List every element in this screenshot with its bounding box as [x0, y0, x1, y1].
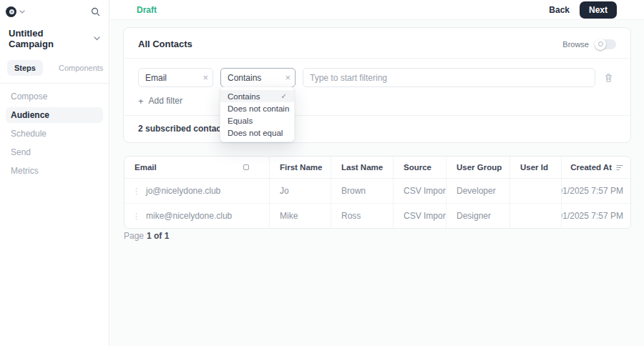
cell-last-name: Ross: [331, 204, 394, 228]
sidebar-top: Untitled Campaign Steps Components: [0, 0, 109, 76]
content-area: All Contacts Browse ×: [110, 20, 644, 345]
browse-toggle-group: Browse: [562, 39, 616, 49]
back-button[interactable]: Back: [549, 5, 570, 15]
cell-user-group: Developer: [447, 179, 510, 203]
table-row: ⋮ jo@nicelydone.club Jo Brown CSV Import…: [125, 179, 630, 204]
cell-user-id: [510, 204, 562, 228]
add-filter-label: Add filter: [149, 96, 182, 106]
column-header-last-name[interactable]: Last Name: [331, 157, 394, 178]
email-value: mike@nicelydone.club: [146, 211, 232, 221]
menu-item-does-not-equal[interactable]: Does not equal: [220, 127, 294, 139]
main-area: Draft Back Next All Contacts Browse: [110, 0, 644, 346]
filter-row: × ×: [124, 59, 630, 87]
email-value: jo@nicelydone.club: [146, 186, 220, 196]
column-header-created-at[interactable]: Created At: [562, 157, 630, 178]
option-label: Does not contain: [228, 104, 289, 113]
menu-item-does-not-contain[interactable]: Does not contain: [220, 102, 294, 114]
table-header-row: Email First Name Last Name Source User G…: [125, 157, 630, 179]
card-header: All Contacts Browse: [124, 28, 630, 58]
column-label: Created At: [570, 163, 612, 172]
table-row: ⋮ mike@nicelydone.club Mike Ross CSV Imp…: [125, 204, 630, 228]
column-label: Email: [135, 163, 157, 172]
cell-email: ⋮ jo@nicelydone.club: [125, 179, 270, 203]
topbar-actions: Back Next: [549, 1, 617, 19]
option-label: Contains: [228, 92, 260, 101]
tab-steps[interactable]: Steps: [7, 60, 43, 76]
column-header-user-id[interactable]: User Id: [510, 157, 562, 178]
sidebar: Untitled Campaign Steps Components Compo…: [0, 0, 109, 346]
option-label: Does not equal: [228, 129, 283, 137]
filter-value-input[interactable]: [303, 68, 595, 87]
browse-toggle[interactable]: [595, 39, 616, 49]
column-label: User Group: [457, 163, 502, 172]
steps-menu: Compose Audience Schedule Send Metrics: [0, 84, 109, 184]
cell-user-group: Designer: [447, 204, 510, 228]
page-title: All Contacts: [138, 39, 192, 49]
page-label: Page: [124, 231, 144, 241]
sidebar-item-schedule[interactable]: Schedule: [6, 126, 103, 142]
filter-field-wrap: ×: [138, 68, 213, 87]
status-badge: Draft: [137, 5, 157, 15]
sidebar-item-compose[interactable]: Compose: [6, 89, 103, 104]
contacts-table: Email First Name Last Name Source User G…: [124, 156, 631, 229]
sort-icon[interactable]: [616, 164, 623, 171]
operator-dropdown-menu: Contains ✓ Does not contain Equals Does …: [220, 86, 295, 142]
workspace-chevron-down-icon[interactable]: [19, 10, 25, 14]
search-icon[interactable]: [91, 7, 100, 16]
delete-filter-trash-icon[interactable]: [604, 73, 613, 83]
sidebar-item-send[interactable]: Send: [6, 144, 103, 160]
column-header-user-group[interactable]: User Group: [447, 157, 510, 178]
cell-user-id: [510, 179, 562, 203]
clear-field-icon[interactable]: ×: [203, 72, 208, 81]
add-filter-button[interactable]: + Add filter: [138, 96, 182, 106]
check-icon: ✓: [281, 92, 287, 100]
cell-email: ⋮ mike@nicelydone.club: [125, 204, 270, 228]
campaign-selector[interactable]: Untitled Campaign: [6, 19, 100, 49]
column-label: User Id: [520, 163, 548, 172]
cell-created-at: 10/01/2025 7:57 PM: [562, 204, 630, 228]
topbar: Draft Back Next: [110, 0, 644, 20]
campaign-chevron-down-icon: [94, 36, 100, 41]
drag-handle-icon[interactable]: ⋮: [132, 212, 140, 220]
contacts-count: 2 subscribed contacts: [138, 124, 229, 134]
cell-last-name: Brown: [331, 179, 394, 203]
drag-handle-icon[interactable]: ⋮: [132, 187, 140, 195]
column-label: Last Name: [341, 163, 383, 172]
cell-first-name: Mike: [270, 204, 331, 228]
all-contacts-card: All Contacts Browse ×: [123, 27, 631, 143]
column-header-first-name[interactable]: First Name: [270, 157, 331, 178]
primary-field-icon: [243, 164, 249, 170]
filter-field-input[interactable]: [138, 68, 213, 87]
app-window: Untitled Campaign Steps Components Compo…: [0, 0, 644, 346]
brand-logo-icon[interactable]: [6, 6, 16, 17]
sidebar-item-audience[interactable]: Audience: [6, 107, 103, 123]
filter-value-wrap: [303, 68, 595, 87]
clear-operator-icon[interactable]: ×: [285, 72, 291, 81]
toggle-state-icon: [598, 41, 603, 46]
contacts-summary: 2 subscribed contactscurrently in: [124, 116, 630, 134]
sidebar-tabs: Steps Components: [6, 60, 100, 76]
cell-created-at: 10/01/2025 7:57 PM: [562, 179, 630, 203]
column-header-source[interactable]: Source: [394, 157, 447, 178]
tab-components[interactable]: Components: [52, 60, 110, 76]
cell-source: CSV Import: [394, 204, 447, 228]
campaign-name: Untitled Campaign: [9, 28, 89, 49]
pagination: Page1 of 1: [124, 231, 169, 241]
page-info: 1 of 1: [147, 231, 169, 241]
menu-item-contains[interactable]: Contains ✓: [220, 90, 294, 102]
cell-source: CSV Import: [394, 179, 447, 203]
column-label: Source: [404, 163, 431, 172]
cell-first-name: Jo: [270, 179, 331, 203]
logo-row: [6, 4, 100, 19]
toggle-knob: [595, 39, 606, 50]
plus-icon: +: [138, 97, 144, 106]
browse-label: Browse: [562, 40, 589, 49]
column-label: First Name: [280, 163, 322, 172]
filter-operator-input[interactable]: [220, 68, 296, 87]
filter-operator-wrap: ×: [220, 68, 296, 87]
next-button[interactable]: Next: [580, 1, 617, 19]
sidebar-item-metrics[interactable]: Metrics: [6, 163, 103, 179]
column-header-email[interactable]: Email: [125, 157, 270, 178]
option-label: Equals: [228, 117, 253, 125]
menu-item-equals[interactable]: Equals: [220, 114, 294, 127]
